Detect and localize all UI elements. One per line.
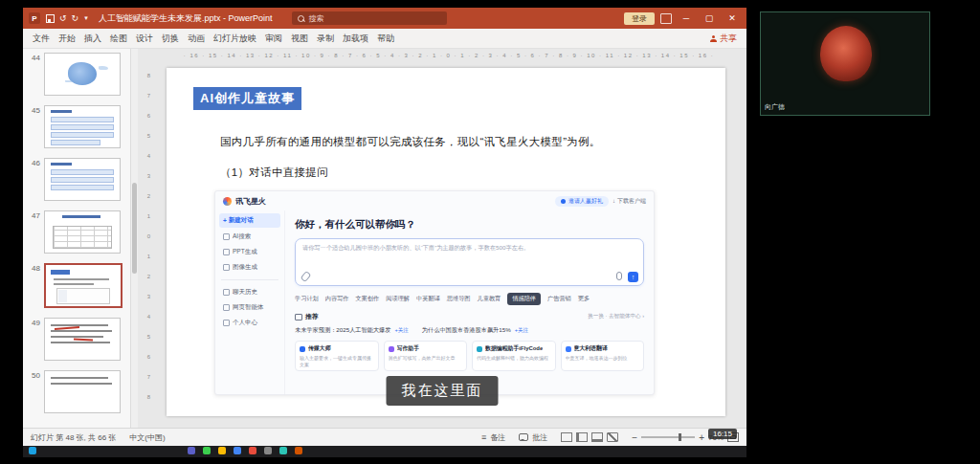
- agent-title: 传媒大师: [308, 344, 331, 353]
- webcam-video-tile[interactable]: 向广德: [760, 11, 930, 116]
- ribbon-display-options-icon[interactable]: [660, 13, 672, 24]
- recommend-more-link: 换一换 · 去智能体中心 ›: [588, 313, 644, 320]
- image-mini-icon: [223, 264, 230, 271]
- slide-thumbnail-image[interactable]: [44, 53, 121, 96]
- search-mini-icon: [223, 233, 230, 240]
- tab-addins[interactable]: 加载项: [343, 33, 368, 45]
- agent-icon: [477, 346, 482, 352]
- spark-ai-search: AI搜索: [219, 231, 280, 243]
- taskbar-app-icon[interactable]: [203, 447, 211, 454]
- history-mini-icon: [223, 289, 230, 296]
- slide-thumbnail-image[interactable]: [44, 318, 121, 361]
- slide-thumbnail-44[interactable]: 44: [26, 53, 127, 96]
- tab-review[interactable]: 审阅: [265, 33, 282, 45]
- comments-label: 批注: [532, 432, 547, 443]
- tab-home[interactable]: 开始: [58, 33, 76, 45]
- minimize-button[interactable]: ─: [678, 11, 695, 25]
- notes-icon: ≡: [481, 432, 486, 442]
- agent-card: 写作助手 润色扩写续写，高效产出好文章: [384, 341, 468, 371]
- zoom-slider[interactable]: [641, 436, 695, 438]
- tab-draw[interactable]: 绘图: [110, 33, 127, 45]
- taskbar-app-icon[interactable]: [234, 447, 241, 454]
- slide-thumbnail-45[interactable]: 45: [26, 105, 127, 148]
- agent-card: 数据编程助手iFlyCode 代码生成解释纠错，助力高效编程: [472, 341, 556, 371]
- sidebar-label: 聊天历史: [233, 288, 257, 297]
- language-indicator[interactable]: 中文(中国): [129, 432, 165, 443]
- normal-view-icon[interactable]: [561, 432, 572, 442]
- slide-thumbnail-49[interactable]: 49: [26, 318, 127, 361]
- zoom-in-button[interactable]: +: [699, 432, 704, 443]
- spark-personal-center: 个人中心: [219, 317, 280, 329]
- agent-card: 传媒大师 输入主题要求，一键生成专属传播文案: [295, 341, 379, 371]
- slide-thumbnail-panel: 44 45 46 47 48: [23, 49, 131, 428]
- slide-thumbnail-48-selected[interactable]: 48: [26, 263, 127, 308]
- reading-view-icon[interactable]: [591, 432, 603, 442]
- share-button[interactable]: 共享: [710, 33, 737, 45]
- save-icon[interactable]: [46, 14, 55, 23]
- comments-toggle[interactable]: 批注: [519, 432, 547, 443]
- agent-title: 数据编程助手iFlyCode: [485, 344, 543, 353]
- tab-design[interactable]: 设计: [136, 33, 153, 45]
- slide-subpoint-textbox[interactable]: （1）对话中直接提问: [220, 166, 328, 180]
- category-tab: 内容写作: [325, 295, 349, 303]
- participant-video: [820, 26, 872, 81]
- sidebar-label: 网页智能体: [233, 303, 264, 312]
- slide-thumbnail-image[interactable]: [44, 210, 121, 254]
- scrollbar-thumb[interactable]: [132, 183, 137, 274]
- taskbar-app-icon[interactable]: [279, 447, 287, 454]
- spark-screenshot-image[interactable]: 讯飞星火 邀请人赢好礼 ↓ 下载客户端 +新建对话: [214, 190, 655, 395]
- slide-number: 45: [26, 105, 40, 115]
- start-button[interactable]: [29, 447, 36, 454]
- agent-title: 写作助手: [397, 344, 420, 353]
- undo-icon[interactable]: ↺: [59, 13, 67, 23]
- redo-icon[interactable]: ↻: [72, 13, 79, 23]
- slide-thumbnail-image[interactable]: [44, 105, 121, 148]
- agent-card: 意大利语翻译 中意互译，地道表达一步到位: [561, 341, 645, 371]
- web-mini-icon: [223, 304, 230, 311]
- spark-chat-history: 聊天历史: [219, 286, 280, 298]
- notes-toggle[interactable]: ≡备注: [481, 432, 505, 443]
- quick-access-toolbar: ↺ ↻ ▼: [46, 13, 89, 23]
- tab-file[interactable]: 文件: [33, 33, 50, 45]
- slide-canvas[interactable]: AI创作儿童故事 国内几乎所有的通用的模型都可以完成该任务，现以“讯飞星火大模型…: [167, 68, 725, 416]
- slide-paragraph-textbox[interactable]: 国内几乎所有的通用的模型都可以完成该任务，现以“讯飞星火大模型”为例。: [220, 135, 601, 149]
- taskbar-app-icon[interactable]: [218, 447, 226, 454]
- zoom-out-button[interactable]: −: [632, 432, 637, 443]
- zoom-slider-thumb[interactable]: [679, 433, 681, 441]
- status-bar: 幻灯片 第 48 张, 共 66 张 中文(中国) ≡备注 批注 − + 76%: [23, 428, 746, 446]
- taskbar-app-icon[interactable]: [249, 447, 256, 454]
- qat-customize-chevron-icon[interactable]: ▼: [83, 15, 89, 21]
- slide-thumbnail-image[interactable]: [44, 370, 121, 413]
- slide-thumbnail-46[interactable]: 46: [26, 158, 127, 201]
- screen-share-region: P ↺ ↻ ▼ 人工智能赋能学生未来发展.pptx - PowerPoint 搜…: [23, 8, 746, 457]
- maximize-button[interactable]: ▢: [701, 11, 718, 25]
- close-button[interactable]: ✕: [724, 11, 741, 25]
- slide-thumbnail-image[interactable]: [44, 263, 122, 308]
- tab-record[interactable]: 录制: [317, 33, 334, 45]
- taskbar-app-icon[interactable]: [188, 447, 195, 454]
- agent-icon: [389, 346, 394, 352]
- slide-sorter-view-icon[interactable]: [576, 432, 588, 442]
- tab-slideshow[interactable]: 幻灯片放映: [213, 33, 256, 45]
- search-input[interactable]: 搜索: [292, 11, 447, 25]
- thumbnail-scrollbar[interactable]: [131, 49, 138, 428]
- slide-thumbnail-47[interactable]: 47: [26, 210, 127, 254]
- hot-topic-action: +关注: [515, 327, 528, 335]
- taskbar-app-icon[interactable]: [264, 447, 272, 454]
- slide-title-textbox[interactable]: AI创作儿童故事: [193, 87, 301, 110]
- hot-topic: 未来学家预测：2025人工智能大爆发 +关注: [295, 326, 409, 335]
- tab-view[interactable]: 视图: [291, 33, 308, 45]
- category-tab: 儿童教育: [478, 295, 501, 303]
- meeting-clock-overlay: 16:15: [708, 429, 737, 439]
- sign-in-button[interactable]: 登录: [624, 12, 655, 25]
- tab-animations[interactable]: 动画: [188, 33, 205, 45]
- tab-transitions[interactable]: 切换: [162, 33, 179, 45]
- slide-thumbnail-image[interactable]: [44, 158, 121, 201]
- slide-thumbnail-50[interactable]: 50: [26, 370, 127, 413]
- slideshow-view-icon[interactable]: [607, 432, 618, 442]
- window-title-bar: P ↺ ↻ ▼ 人工智能赋能学生未来发展.pptx - PowerPoint 搜…: [23, 8, 746, 29]
- tab-insert[interactable]: 插入: [84, 33, 101, 45]
- tab-help[interactable]: 帮助: [377, 33, 394, 45]
- attachment-icon: [301, 271, 312, 282]
- taskbar-app-icon[interactable]: [295, 447, 302, 454]
